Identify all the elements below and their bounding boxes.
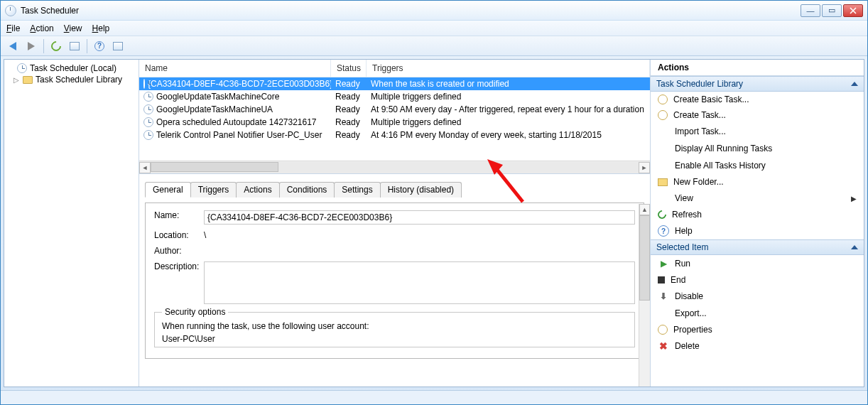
clock-icon bbox=[658, 325, 668, 335]
play-icon: ▶ bbox=[658, 258, 669, 269]
detail-description-field[interactable] bbox=[204, 261, 635, 304]
maximize-button[interactable]: ▭ bbox=[822, 4, 842, 17]
col-triggers[interactable]: Triggers bbox=[367, 60, 650, 77]
scheduler-icon bbox=[17, 63, 27, 73]
task-status: Ready bbox=[331, 91, 367, 102]
clock-icon bbox=[143, 104, 153, 114]
expand-icon[interactable]: ▷ bbox=[13, 76, 20, 84]
scroll-up-button[interactable]: ▲ bbox=[639, 204, 650, 215]
clock-icon bbox=[143, 130, 153, 140]
submenu-arrow-icon: ▶ bbox=[851, 195, 857, 202]
task-row[interactable]: Opera scheduled Autoupdate 1427321617Rea… bbox=[139, 116, 650, 129]
tree-root[interactable]: Task Scheduler (Local) bbox=[6, 63, 137, 74]
tab-settings[interactable]: Settings bbox=[334, 182, 380, 198]
clock-icon bbox=[658, 110, 668, 120]
action-new-folder[interactable]: New Folder... bbox=[651, 174, 864, 190]
task-list: Name Status Triggers {CA334104-D8EF-4C36… bbox=[139, 60, 650, 173]
task-name: GoogleUpdateTaskMachineUA bbox=[156, 104, 273, 114]
action-properties[interactable]: Properties bbox=[651, 322, 864, 338]
tab-triggers[interactable]: Triggers bbox=[190, 182, 237, 198]
detail-name-field[interactable] bbox=[204, 210, 635, 225]
vscroll-thumb[interactable] bbox=[639, 215, 650, 301]
tab-actions[interactable]: Actions bbox=[236, 182, 279, 198]
task-trigger: At 9:50 AM every day - After triggered, … bbox=[367, 104, 650, 115]
action-help[interactable]: ?Help bbox=[651, 222, 864, 239]
panes-toggle-button[interactable] bbox=[110, 38, 126, 54]
task-trigger: Multiple triggers defined bbox=[367, 117, 650, 128]
forward-button[interactable] bbox=[23, 38, 39, 54]
client-area: Task Scheduler (Local) ▷ Task Scheduler … bbox=[4, 59, 864, 387]
tree-library[interactable]: ▷ Task Scheduler Library bbox=[6, 74, 137, 85]
scroll-thumb[interactable] bbox=[151, 162, 278, 172]
refresh-toolbar-button[interactable] bbox=[48, 38, 64, 54]
vertical-scrollbar[interactable]: ▲ bbox=[639, 204, 650, 387]
clock-icon bbox=[143, 117, 153, 127]
menu-view[interactable]: View bbox=[64, 23, 82, 33]
task-name: Telerik Control Panel Notifier User-PC_U… bbox=[156, 130, 322, 140]
action-disable[interactable]: ⬇Disable bbox=[651, 288, 864, 305]
detail-author-label: Author: bbox=[154, 246, 204, 256]
generic-icon bbox=[658, 160, 669, 171]
tab-conditions[interactable]: Conditions bbox=[279, 182, 335, 198]
action-label: Enable All Tasks History bbox=[675, 161, 766, 171]
task-status: Ready bbox=[331, 117, 367, 128]
action-label: End bbox=[671, 275, 685, 285]
separator bbox=[87, 39, 87, 53]
horizontal-scrollbar[interactable]: ◄ ► bbox=[139, 161, 650, 173]
action-display-all-running-tasks[interactable]: Display All Running Tasks bbox=[651, 140, 864, 157]
action-refresh[interactable]: Refresh bbox=[651, 207, 864, 222]
action-create-basic-task[interactable]: Create Basic Task... bbox=[651, 92, 864, 107]
task-row[interactable]: {CA334104-D8EF-4C36-BCD7-2ECE003D03B6}Re… bbox=[139, 77, 650, 90]
generic-icon bbox=[658, 126, 669, 137]
generic-icon bbox=[658, 193, 669, 204]
tab-history[interactable]: History (disabled) bbox=[380, 182, 462, 198]
security-account: User-PC\User bbox=[162, 334, 627, 344]
task-trigger: At 4:16 PM every Monday of every week, s… bbox=[367, 129, 650, 141]
app-icon bbox=[5, 5, 16, 16]
detail-location-value: \ bbox=[204, 230, 635, 240]
action-end[interactable]: End bbox=[651, 272, 864, 288]
task-row[interactable]: Telerik Control Panel Notifier User-PC_U… bbox=[139, 129, 650, 141]
col-name[interactable]: Name bbox=[139, 60, 331, 77]
titlebar[interactable]: Task Scheduler — ▭ bbox=[1, 1, 867, 21]
actions-pane: Actions Task Scheduler Library Create Ba… bbox=[651, 60, 864, 387]
col-status[interactable]: Status bbox=[331, 60, 367, 77]
refresh-icon bbox=[656, 209, 668, 221]
clock-icon bbox=[143, 79, 145, 89]
menu-help[interactable]: Help bbox=[92, 23, 110, 33]
detail-location-label: Location: bbox=[154, 230, 204, 240]
close-button[interactable] bbox=[843, 4, 863, 17]
action-run[interactable]: ▶Run bbox=[651, 255, 864, 272]
action-enable-all-tasks-history[interactable]: Enable All Tasks History bbox=[651, 157, 864, 174]
section-selected-item[interactable]: Selected Item bbox=[651, 239, 864, 255]
task-trigger: When the task is created or modified bbox=[367, 78, 650, 90]
task-name: Opera scheduled Autoupdate 1427321617 bbox=[156, 117, 317, 127]
back-button[interactable] bbox=[5, 38, 21, 54]
task-row[interactable]: GoogleUpdateTaskMachineUAReadyAt 9:50 AM… bbox=[139, 103, 650, 116]
action-delete[interactable]: ✖Delete bbox=[651, 338, 864, 355]
properties-toolbar-button[interactable] bbox=[67, 38, 82, 54]
stop-icon bbox=[658, 276, 665, 284]
task-status: Ready bbox=[331, 129, 367, 141]
scroll-right-button[interactable]: ► bbox=[639, 162, 650, 173]
folder-icon bbox=[23, 76, 33, 84]
task-row[interactable]: GoogleUpdateTaskMachineCoreReadyMultiple… bbox=[139, 90, 650, 103]
tab-strip: General Triggers Actions Conditions Sett… bbox=[145, 181, 644, 197]
menu-file[interactable]: File bbox=[6, 23, 20, 33]
menu-action[interactable]: Action bbox=[30, 23, 53, 33]
statusbar bbox=[1, 390, 867, 404]
action-export[interactable]: Export... bbox=[651, 305, 864, 322]
tab-general[interactable]: General bbox=[145, 182, 191, 198]
chevron-up-icon bbox=[851, 245, 858, 249]
separator bbox=[43, 39, 44, 53]
minimize-button[interactable]: — bbox=[801, 4, 820, 17]
action-view[interactable]: View▶ bbox=[651, 190, 864, 207]
list-body: {CA334104-D8EF-4C36-BCD7-2ECE003D03B6}Re… bbox=[139, 77, 650, 161]
section-library[interactable]: Task Scheduler Library bbox=[651, 76, 864, 92]
help-toolbar-button[interactable]: ? bbox=[92, 38, 107, 54]
app-window: Task Scheduler — ▭ File Action View Help… bbox=[0, 0, 868, 405]
details-pane: General Triggers Actions Conditions Sett… bbox=[139, 173, 650, 387]
action-create-task[interactable]: Create Task... bbox=[651, 107, 864, 123]
scroll-left-button[interactable]: ◄ bbox=[139, 162, 151, 173]
action-import-task[interactable]: Import Task... bbox=[651, 123, 864, 140]
